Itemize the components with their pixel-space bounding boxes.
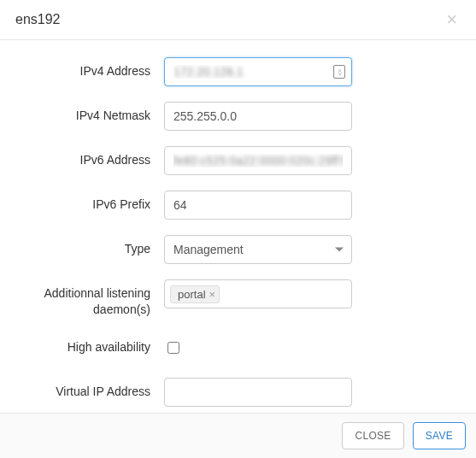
input-ipv6-address[interactable] xyxy=(164,146,352,175)
select-type[interactable] xyxy=(164,235,352,264)
label-virtual-ip: Virtual IP Address xyxy=(15,378,164,400)
tag-label: portal xyxy=(178,288,206,301)
interface-config-modal: ens192 × IPv4 Address ⎀ IPv4 Netmask IPv… xyxy=(0,0,476,458)
label-ipv4-netmask: IPv4 Netmask xyxy=(15,102,164,124)
row-virtual-ip: Virtual IP Address xyxy=(15,378,461,407)
close-button[interactable]: CLOSE xyxy=(342,422,403,449)
input-virtual-ip[interactable] xyxy=(164,378,352,407)
modal-body[interactable]: IPv4 Address ⎀ IPv4 Netmask IPv6 Address… xyxy=(0,40,476,413)
row-ipv4-netmask: IPv4 Netmask xyxy=(15,102,461,131)
save-button[interactable]: SAVE xyxy=(413,422,466,449)
label-ipv6-prefix: IPv6 Prefix xyxy=(15,191,164,213)
row-ipv4-address: IPv4 Address ⎀ xyxy=(15,57,461,86)
checkbox-high-availability[interactable] xyxy=(167,342,179,354)
modal-header: ens192 × xyxy=(0,0,476,40)
tag-item[interactable]: portal × xyxy=(170,285,220,303)
input-ipv4-address[interactable] xyxy=(164,57,352,86)
label-ipv4-address: IPv4 Address xyxy=(15,57,164,79)
input-additional-daemons[interactable]: portal × xyxy=(164,279,352,308)
input-ipv4-netmask[interactable] xyxy=(164,102,352,131)
close-icon[interactable]: × xyxy=(443,10,461,29)
label-ipv6-address: IPv6 Address xyxy=(15,146,164,168)
label-high-availability: High availability xyxy=(15,333,164,355)
label-type: Type xyxy=(15,235,164,257)
label-additional-daemons: Additionnal listening daemon(s) xyxy=(15,279,164,318)
modal-title: ens192 xyxy=(15,12,443,27)
row-additional-daemons: Additionnal listening daemon(s) portal × xyxy=(15,279,461,318)
row-type: Type xyxy=(15,235,461,264)
tag-remove-icon[interactable]: × xyxy=(209,289,216,300)
input-ipv6-prefix[interactable] xyxy=(164,191,352,220)
row-ipv6-prefix: IPv6 Prefix xyxy=(15,191,461,220)
modal-footer: CLOSE SAVE xyxy=(0,413,476,458)
row-ipv6-address: IPv6 Address xyxy=(15,146,461,175)
row-high-availability: High availability xyxy=(15,333,461,362)
